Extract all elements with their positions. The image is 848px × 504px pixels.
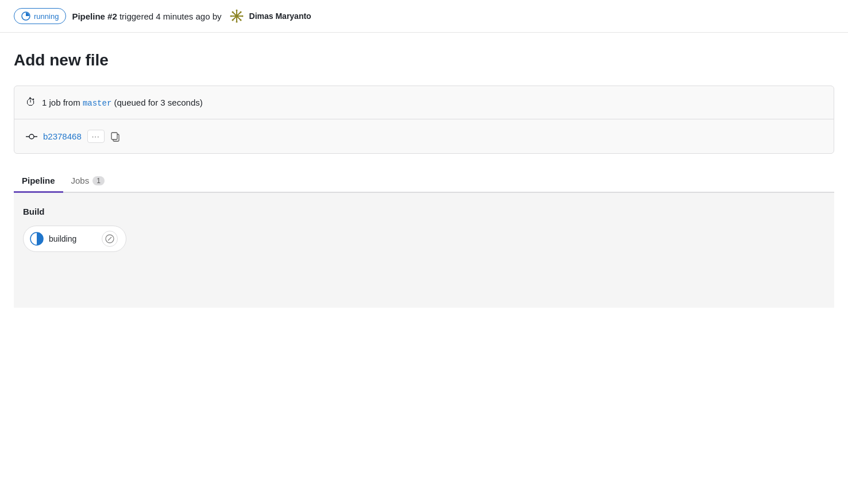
commit-icon [26, 131, 37, 142]
svg-rect-17 [111, 133, 117, 139]
building-label: building [49, 234, 76, 243]
tabs-bar: Pipeline Jobs 1 [14, 170, 834, 193]
svg-point-8 [241, 15, 243, 17]
building-left: building [29, 231, 76, 246]
building-spinner-icon [29, 231, 44, 246]
top-bar: running Pipeline #2 triggered 4 minutes … [0, 0, 848, 33]
copy-button[interactable] [110, 131, 121, 142]
svg-point-12 [240, 20, 241, 21]
tab-pipeline[interactable]: Pipeline [14, 170, 63, 193]
svg-point-11 [232, 20, 233, 21]
ellipsis-button[interactable]: ··· [87, 130, 105, 143]
job-count-text: 1 job from master (queued for 3 seconds) [42, 98, 203, 108]
svg-point-9 [232, 11, 233, 13]
commit-hash-link[interactable]: b2378468 [43, 131, 82, 141]
cancel-icon [105, 234, 114, 243]
svg-point-10 [240, 11, 241, 13]
page-title: Add new file [14, 51, 834, 69]
svg-point-13 [29, 134, 34, 139]
job-info-row: ⏱ 1 job from master (queued for 3 second… [14, 86, 834, 119]
user-avatar-icon [230, 9, 244, 23]
building-job-card[interactable]: building [23, 226, 126, 252]
info-card: ⏱ 1 job from master (queued for 3 second… [14, 86, 834, 154]
clock-icon: ⏱ [26, 96, 36, 108]
cancel-job-button[interactable] [102, 231, 118, 247]
username: Dimas Maryanto [249, 11, 311, 21]
tab-jobs[interactable]: Jobs 1 [63, 170, 113, 193]
running-icon [21, 11, 30, 21]
branch-link[interactable]: master [83, 99, 111, 108]
pipeline-number: Pipeline #2 [72, 11, 117, 21]
jobs-badge: 1 [92, 176, 105, 185]
main-content: Add new file ⏱ 1 job from master (queued… [0, 33, 848, 326]
build-section-title: Build [18, 207, 830, 216]
svg-point-7 [230, 15, 232, 17]
pipeline-content: Build building [14, 193, 834, 308]
svg-line-20 [108, 237, 111, 241]
svg-point-6 [236, 21, 237, 23]
svg-point-5 [236, 10, 237, 11]
status-label: running [34, 12, 59, 21]
copy-icon [110, 131, 121, 142]
trigger-text: triggered 4 minutes ago by [120, 11, 222, 21]
queue-text: (queued for 3 seconds) [114, 98, 202, 107]
status-badge[interactable]: running [14, 8, 66, 24]
commit-row: b2378468 ··· [14, 119, 834, 153]
pipeline-info: Pipeline #2 triggered 4 minutes ago by [72, 11, 221, 21]
